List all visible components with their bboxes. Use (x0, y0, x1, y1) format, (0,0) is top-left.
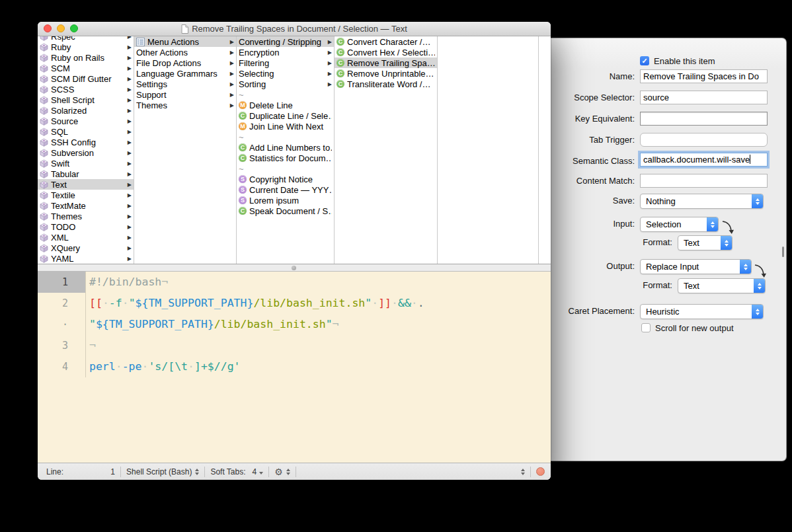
item-label: Join Line With Next (249, 122, 332, 132)
browser-item[interactable]: Text▶ (38, 179, 134, 190)
line-value: 1 (63, 467, 115, 476)
browser-item[interactable]: Swift▶ (38, 158, 134, 169)
close-button[interactable] (44, 24, 52, 32)
browser-item[interactable]: CAdd Line Numbers to… (237, 142, 334, 153)
browser-item[interactable]: SCurrent Date — YYY… (237, 184, 334, 195)
browser-item[interactable]: MDelete Line (237, 100, 334, 110)
browser-item[interactable]: CConvert Hex / Selecti… (335, 47, 437, 57)
browser-item[interactable]: CDuplicate Line / Sele… (237, 110, 334, 121)
browser-item[interactable]: Rspec▶ (38, 36, 134, 42)
browser-item[interactable]: Encryption▶ (237, 47, 334, 57)
document-proxy-icon[interactable] (181, 24, 188, 34)
title-bar[interactable]: Remove Trailing Spaces in Document / Sel… (38, 22, 551, 36)
browser-item[interactable]: ~ (237, 132, 334, 142)
code-line[interactable]: 4perl·-pe·'s/[\t·]+$//g' (38, 356, 551, 377)
input-format-popup[interactable]: Text (678, 235, 733, 250)
code-line[interactable]: 2[[·-f·"${TM_SUPPORT_PATH}/lib/bash_init… (38, 293, 551, 314)
code-line[interactable]: ·"${TM_SUPPORT_PATH}/lib/bash_init.sh"¬ (38, 314, 551, 335)
browser-item[interactable]: MJoin Line With Next (237, 121, 334, 132)
browser-item[interactable]: Sorting▶ (237, 79, 334, 89)
browser-item[interactable]: CStatistics for Docum… (237, 153, 334, 163)
save-popup[interactable]: Nothing (640, 194, 764, 209)
browser-column-menu-structure: Converting / Stripping▶Encryption▶Filter… (237, 36, 335, 264)
browser-item[interactable]: SCM▶ (38, 63, 134, 73)
bundle-cube-icon (40, 149, 48, 157)
browser-item[interactable]: CRemove Trailing Spa… (335, 57, 437, 68)
browser-item[interactable]: Source▶ (38, 116, 134, 126)
code-text: "${TM_SUPPORT_PATH}/lib/bash_init.sh"¬ (86, 314, 339, 335)
browser-item[interactable]: YAML▶ (38, 253, 134, 264)
name-field[interactable]: Remove Trailing Spaces in Do (640, 69, 768, 83)
code-line[interactable]: 3¬ (38, 335, 551, 356)
browser-item[interactable]: CTransliterate Word /… (335, 79, 437, 89)
caret-placement-label: Caret Placement: (551, 304, 635, 318)
browser-item[interactable]: Support▶ (134, 89, 236, 100)
browser-item[interactable]: CRemove Unprintable… (335, 68, 437, 79)
splitter-bar[interactable] (38, 264, 551, 272)
browser-item[interactable]: SQL▶ (38, 126, 134, 137)
browser-item[interactable]: File Drop Actions▶ (134, 57, 236, 68)
browser-item[interactable]: XQuery▶ (38, 243, 134, 253)
browser-item[interactable]: SCM Diff Gutter▶ (38, 73, 134, 84)
browser-item[interactable]: Textile▶ (38, 190, 134, 200)
soft-tabs-popup[interactable]: 4 (253, 467, 264, 476)
browser-item[interactable]: Settings▶ (134, 79, 236, 89)
item-label: Shell Script (51, 95, 126, 105)
browser-item[interactable]: Other Actions▶ (134, 47, 236, 57)
symbol-popup-stepper[interactable] (521, 469, 525, 475)
browser-item[interactable]: Ruby on Rails▶ (38, 52, 134, 63)
drawer-scrollbar-thumb[interactable] (782, 247, 784, 257)
browser-item[interactable]: CConvert Character /… (335, 36, 437, 47)
zoom-button[interactable] (70, 24, 78, 32)
enable-item-checkbox[interactable]: ✓ (640, 56, 649, 65)
scroll-new-output-checkbox[interactable] (641, 323, 651, 332)
browser-item[interactable]: SLorem ipsum (237, 195, 334, 206)
browser-item[interactable]: Themes▶ (38, 211, 134, 221)
bundle-cube-icon (40, 36, 48, 41)
caret-placement-popup[interactable]: Heuristic (640, 304, 764, 319)
item-label: Text (51, 180, 126, 190)
browser-item[interactable]: Shell Script▶ (38, 95, 134, 105)
chevron-right-icon: ▶ (128, 192, 132, 198)
scope-selector-field[interactable]: source (640, 91, 768, 104)
actions-gear-popup[interactable]: ⚙ (274, 467, 290, 476)
content-match-field[interactable] (640, 174, 768, 188)
item-label: Themes (51, 211, 126, 221)
code-line[interactable]: 1#!/bin/bash¬ (38, 272, 551, 293)
browser-item[interactable]: Filtering▶ (237, 57, 334, 68)
browser-item[interactable]: Solarized▶ (38, 105, 134, 116)
item-label: Remove Trailing Spa… (347, 58, 435, 68)
browser-item[interactable]: ~ (237, 89, 334, 100)
browser-item[interactable]: ~ (237, 163, 334, 174)
browser-item[interactable]: TextMate▶ (38, 200, 134, 211)
bundle-cube-icon (40, 117, 48, 126)
browser-item[interactable]: Menu Actions▶ (134, 36, 236, 47)
output-popup[interactable]: Replace Input (640, 259, 752, 274)
browser-item[interactable]: XML▶ (38, 232, 134, 243)
browser-item[interactable]: Converting / Stripping▶ (237, 36, 334, 47)
browser-item[interactable]: Themes▶ (134, 100, 236, 110)
key-equivalent-field[interactable] (640, 112, 768, 126)
semantic-class-field[interactable]: callback.document.will-save (640, 153, 768, 167)
key-equivalent-label: Key Equivalent: (551, 112, 635, 126)
browser-item[interactable]: CSpeak Document / S… (237, 206, 334, 216)
browser-item[interactable]: TODO▶ (38, 221, 134, 232)
browser-item[interactable]: Tabular▶ (38, 169, 134, 179)
browser-item[interactable]: Ruby▶ (38, 42, 134, 52)
browser-item[interactable]: Subversion▶ (38, 147, 134, 158)
browser-item[interactable]: Selecting▶ (237, 68, 334, 79)
content-match-label: Content Match: (551, 174, 635, 188)
output-format-popup[interactable]: Text (678, 278, 766, 293)
item-label: XQuery (51, 243, 126, 253)
gear-icon: ⚙ (274, 467, 283, 476)
tab-trigger-field[interactable] (640, 133, 768, 147)
record-macro-button[interactable] (536, 467, 545, 476)
browser-item[interactable]: SSH Config▶ (38, 137, 134, 147)
browser-item[interactable]: Language Grammars▶ (134, 68, 236, 79)
language-popup[interactable]: Shell Script (Bash) (126, 467, 199, 476)
browser-item[interactable]: SCopyright Notice (237, 174, 334, 184)
code-editor[interactable]: 1#!/bin/bash¬2[[·-f·"${TM_SUPPORT_PATH}/… (38, 272, 551, 463)
minimize-button[interactable] (57, 24, 65, 32)
input-popup[interactable]: Selection (640, 217, 719, 232)
browser-item[interactable]: SCSS▶ (38, 84, 134, 95)
